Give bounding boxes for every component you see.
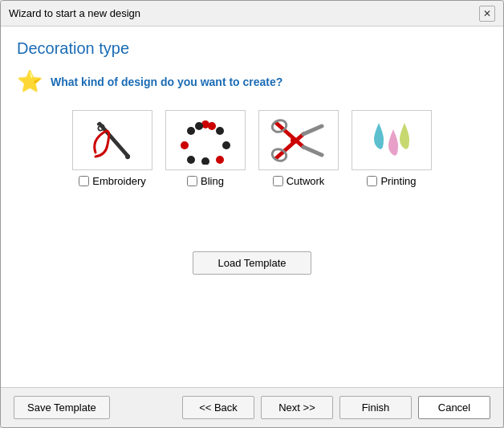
svg-point-13 xyxy=(208,122,216,130)
decoration-item-cutwork: Cutwork xyxy=(258,110,339,187)
svg-point-7 xyxy=(216,156,224,164)
question-row: ⭐ What kind of design do you want to cre… xyxy=(17,69,487,94)
svg-point-12 xyxy=(195,122,203,130)
svg-point-6 xyxy=(222,141,230,149)
svg-point-14 xyxy=(291,137,297,144)
svg-point-2 xyxy=(125,154,130,159)
bling-checkbox[interactable] xyxy=(187,176,197,186)
bling-label[interactable]: Bling xyxy=(187,175,224,187)
footer: Save Template << Back Next >> Finish Can… xyxy=(1,387,503,427)
decoration-item-embroidery: Embroidery xyxy=(72,110,152,187)
load-template-button[interactable]: Load Template xyxy=(193,251,311,275)
svg-point-8 xyxy=(201,157,209,165)
cancel-button[interactable]: Cancel xyxy=(418,396,490,419)
embroidery-label[interactable]: Embroidery xyxy=(79,175,145,187)
svg-point-10 xyxy=(181,141,189,149)
bling-box[interactable] xyxy=(165,110,246,170)
decoration-item-printing: Printing xyxy=(352,110,432,187)
decoration-item-bling: Bling xyxy=(165,110,246,187)
close-button[interactable]: ✕ xyxy=(479,6,495,22)
cutwork-label[interactable]: Cutwork xyxy=(273,175,325,187)
load-template-area: Load Template xyxy=(17,251,487,275)
embroidery-checkbox[interactable] xyxy=(79,176,89,186)
star-icon: ⭐ xyxy=(17,69,43,94)
finish-button[interactable]: Finish xyxy=(339,396,412,419)
wizard-dialog: Wizard to start a new design ✕ Decoratio… xyxy=(0,0,504,428)
decoration-grid: Embroidery xyxy=(17,110,487,187)
dialog-title: Wizard to start a new design xyxy=(9,7,140,19)
printing-checkbox[interactable] xyxy=(367,176,377,186)
svg-point-9 xyxy=(187,156,195,164)
cutwork-checkbox[interactable] xyxy=(273,176,283,186)
save-template-button[interactable]: Save Template xyxy=(14,396,110,419)
section-title: Decoration type xyxy=(17,39,487,58)
svg-point-5 xyxy=(216,127,224,135)
dialog-content: Decoration type ⭐ What kind of design do… xyxy=(1,26,503,387)
svg-point-11 xyxy=(187,127,195,135)
question-text: What kind of design do you want to creat… xyxy=(51,75,282,88)
embroidery-box[interactable] xyxy=(72,110,152,170)
title-bar: Wizard to start a new design ✕ xyxy=(1,1,503,26)
back-button[interactable]: << Back xyxy=(182,396,254,419)
cutwork-box[interactable] xyxy=(258,110,339,170)
printing-box[interactable] xyxy=(352,110,432,170)
printing-label[interactable]: Printing xyxy=(367,175,416,187)
next-button[interactable]: Next >> xyxy=(261,396,333,419)
